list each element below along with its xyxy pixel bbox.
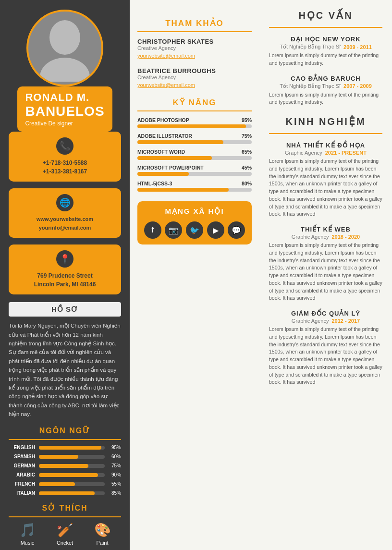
language-item: ENGLISH 95% [9, 445, 121, 450]
ref-email[interactable]: yourwebsite@email.com [137, 82, 195, 88]
first-name: RONALD M. [25, 91, 104, 104]
skill-label: MICROSOFT WORD [137, 149, 185, 155]
exp-desc: Lorem Ipsum is simply dummy text of the … [269, 242, 382, 302]
skill-label: ADOBE PHOTOSHOP [137, 117, 189, 123]
exp-detail-row: Graphic Agency 2018 - 2020 [269, 234, 382, 240]
profile-text: Tôi là Mary Nguyen, một Chuyên viên Nghi… [9, 321, 121, 418]
last-name: BANUELOS [25, 104, 104, 119]
facebook-icon[interactable]: f [144, 221, 161, 239]
education-list: ĐẠI HỌC NEW YORK Tốt Nghiệp Bằng Thạc Sĩ… [269, 36, 382, 106]
experience-title: KINH NGHIỆM [269, 116, 382, 127]
language-percent: 85% [108, 490, 121, 496]
hobbies-list: 🎵 Music 🏏 Cricket 🎨 Paint [9, 522, 121, 546]
profile-pic-area [26, 10, 103, 86]
skill-percent: 65% [242, 149, 252, 155]
address-card: 📍 769 Prudence Street Lincoln Park, MI 4… [9, 244, 121, 294]
skill-item: ADOBE ILLUSTRATOR 75% [137, 133, 252, 144]
skill-bar-fill [137, 124, 246, 128]
ref-agency: Creative Agency [137, 45, 252, 51]
skill-label: ADOBE ILLUSTRATOR [137, 133, 192, 139]
email[interactable]: yourinfo@email.com [15, 224, 114, 232]
language-bar-bg [39, 446, 105, 450]
language-label: ENGLISH [9, 445, 35, 450]
social-title: MẠNG XÃ HỘI [142, 207, 247, 216]
left-column: RONALD M. BANUELOS Creative De signer 📞 … [0, 0, 130, 550]
exp-detail-row: Graphic Agency 2021 - PRESENT [269, 150, 382, 156]
twitter-icon[interactable]: 🐦 [186, 221, 203, 239]
language-label: SPANISH [9, 454, 35, 459]
skill-label: HTML-5|CSS-3 [137, 181, 172, 186]
language-bar-bg [39, 464, 105, 468]
language-label: GERMAN [9, 463, 35, 468]
name-tag: RONALD M. BANUELOS Creative De signer [17, 86, 112, 132]
ref-email[interactable]: yourwebsite@email.com [137, 53, 195, 59]
reference-item: CHRISTOPHER SKATES Creative Agency yourw… [137, 38, 252, 60]
exp-agency: Graphic Agency [285, 150, 322, 156]
skill-percent: 45% [242, 165, 252, 171]
exp-agency: Graphic Agency [292, 234, 329, 240]
hobby-icon: 🎨 [94, 522, 111, 538]
address2: Lincoln Park, MI 48146 [15, 280, 114, 289]
skill-bar-fill [137, 140, 223, 144]
skill-bar-bg [137, 156, 252, 160]
hobby-item: 🎨 Paint [94, 522, 111, 546]
address1: 769 Prudence Street [15, 271, 114, 280]
website[interactable]: www.yourwebsite.com [15, 215, 114, 224]
skill-percent: 75% [242, 133, 252, 139]
hobby-item: 🏏 Cricket [57, 522, 74, 546]
skill-label: MICROSOFT POWERPOINT [137, 165, 204, 171]
edu-degree: Tốt Nghiệp Bằng Thạc Sĩ [280, 44, 341, 50]
skills-list: ADOBE PHOTOSHOP 95% ADOBE ILLUSTRATOR 75… [137, 117, 252, 192]
references-list: CHRISTOPHER SKATES Creative Agency yourw… [137, 38, 252, 89]
language-percent: 90% [108, 472, 121, 477]
skill-bar-bg [137, 140, 252, 144]
edu-desc: Lorem Ipsum is simply dummy text of the … [269, 91, 382, 107]
language-bar-fill [39, 455, 78, 459]
exp-years: 2012 - 2017 [331, 318, 360, 324]
ref-agency: Creative Agency [137, 74, 252, 80]
experience-list: NHÀ THIẾT KẾ ĐỒ HỌA Graphic Agency 2021 … [269, 142, 382, 386]
language-item: ITALIAN 85% [9, 490, 121, 496]
skill-percent: 80% [242, 181, 252, 186]
profile-picture [26, 10, 103, 86]
edu-years: 2007 - 2009 [343, 83, 372, 89]
instagram-icon[interactable]: 📷 [165, 221, 182, 239]
skill-header: ADOBE ILLUSTRATOR 75% [137, 133, 252, 139]
language-percent: 75% [108, 463, 121, 468]
hobbies-title: SỞ THÍCH [9, 503, 121, 513]
center-column: THAM KHẢO CHRISTOPHER SKATES Creative Ag… [130, 0, 259, 550]
languages-title: NGÔN NGỮ [9, 426, 121, 435]
hobby-item: 🎵 Music [19, 522, 36, 546]
skill-header: HTML-5|CSS-3 80% [137, 181, 252, 186]
language-percent: 60% [108, 454, 121, 459]
ref-name: CHRISTOPHER SKATES [137, 38, 252, 45]
skill-item: MICROSOFT WORD 65% [137, 149, 252, 160]
social-icons: f 📷 🐦 ▶ 💬 [142, 221, 247, 239]
skill-bar-fill [137, 156, 212, 160]
edu-degree: Tốt Nghiệp Bằng Thạc Sĩ [280, 83, 341, 89]
language-bar-bg [39, 482, 105, 486]
whatsapp-icon[interactable]: 💬 [228, 221, 245, 239]
references-title: THAM KHẢO [137, 18, 252, 28]
reference-item: BEATRICE BURROUGHS Creative Agency yourw… [137, 67, 252, 89]
experience-item: GIÁM ĐỐC QUẢN LÝ Graphic Agency 2012 - 2… [269, 310, 382, 386]
language-percent: 55% [108, 481, 121, 487]
phone1: +1-718-310-5588 [15, 159, 114, 167]
web-card: 🌐 www.yourwebsite.com yourinfo@email.com [9, 188, 121, 238]
edu-degree-row: Tốt Nghiệp Bằng Thạc Sĩ 2007 - 2009 [269, 83, 382, 89]
right-column: HỌC VẤN ĐẠI HỌC NEW YORK Tốt Nghiệp Bằng… [259, 0, 392, 550]
exp-desc: Lorem Ipsum is simply dummy text of the … [269, 158, 382, 218]
language-item: SPANISH 60% [9, 454, 121, 459]
edu-school: CAO ĐẲNG BARUCH [269, 75, 382, 82]
page: RONALD M. BANUELOS Creative De signer 📞 … [0, 0, 392, 550]
skill-item: ADOBE PHOTOSHOP 95% [137, 117, 252, 128]
social-media-box: MẠNG XÃ HỘI f 📷 🐦 ▶ 💬 [137, 201, 252, 244]
language-item: ARABIC 90% [9, 472, 121, 477]
edu-degree-row: Tốt Nghiệp Bằng Thạc Sĩ 2009 - 2011 [269, 44, 382, 50]
language-bar-fill [39, 491, 95, 495]
language-bar-bg [39, 473, 105, 477]
skill-item: HTML-5|CSS-3 80% [137, 181, 252, 192]
svg-point-1 [40, 58, 90, 82]
youtube-icon[interactable]: ▶ [207, 221, 224, 239]
skill-bar-bg [137, 124, 252, 128]
